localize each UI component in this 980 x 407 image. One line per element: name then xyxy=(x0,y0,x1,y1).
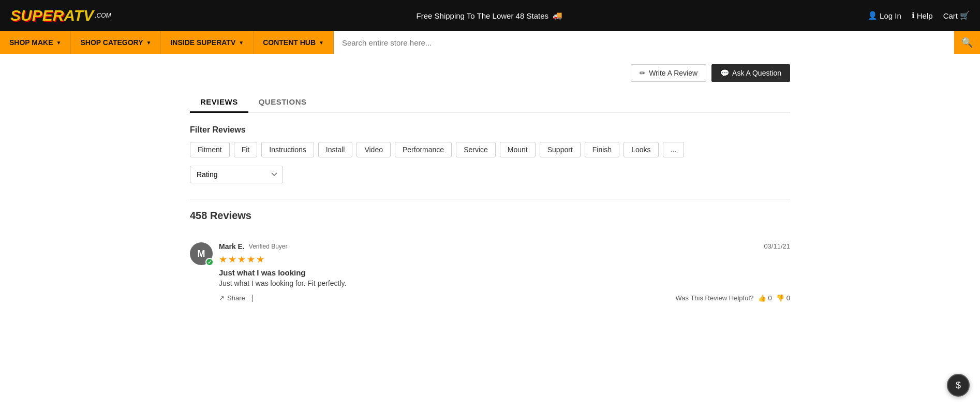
helpful-no-count: 0 xyxy=(786,294,790,302)
filter-tag-performance[interactable]: Performance xyxy=(395,142,452,157)
cart-label: Cart xyxy=(943,11,958,20)
search-input[interactable] xyxy=(334,31,954,54)
review-stars: ★★★★★ xyxy=(219,254,288,265)
filter-tag-more[interactable]: ... xyxy=(663,142,685,157)
filter-tag-install[interactable]: Install xyxy=(318,142,353,157)
filter-tag-instructions[interactable]: Instructions xyxy=(261,142,314,157)
write-review-label: Write A Review xyxy=(649,69,697,77)
cart-icon: 🛒 xyxy=(960,11,970,20)
filter-tag-video[interactable]: Video xyxy=(357,142,391,157)
shop-make-label: SHOP MAKE xyxy=(9,38,53,47)
share-icon: ↗ xyxy=(219,294,225,302)
search-bar: 🔍 xyxy=(334,31,980,54)
helpful-yes-button[interactable]: 👍 0 xyxy=(758,294,772,302)
login-link[interactable]: 👤 Log In xyxy=(868,11,901,20)
filter-tag-service[interactable]: Service xyxy=(456,142,496,157)
tab-questions[interactable]: QUESTIONS xyxy=(248,92,317,113)
filter-tag-mount[interactable]: Mount xyxy=(500,142,536,157)
inside-superatv-button[interactable]: INSIDE SUPERATV ▼ xyxy=(161,31,254,54)
shop-category-label: SHOP CATEGORY xyxy=(80,38,143,47)
reviewer-left: M ✓ Mark E. Verified Buyer ★★★★★ xyxy=(190,242,288,268)
nav-bar: SHOP MAKE ▼ SHOP CATEGORY ▼ INSIDE SUPER… xyxy=(0,31,980,54)
action-buttons: ✏ Write A Review 💬 Ask A Question xyxy=(190,64,790,82)
logo[interactable]: SUPERATV.COM xyxy=(10,7,111,24)
helpful-text: Was This Review Helpful? xyxy=(676,294,754,302)
ask-question-button[interactable]: 💬 Ask A Question xyxy=(711,64,790,82)
verified-label: Verified Buyer xyxy=(249,243,288,250)
thumbs-up-icon: 👍 xyxy=(758,294,766,302)
separator: | xyxy=(251,294,254,302)
helpful-no-button[interactable]: 👎 0 xyxy=(776,294,790,302)
shop-category-button[interactable]: SHOP CATEGORY ▼ xyxy=(71,31,161,54)
filter-label: Filter Reviews xyxy=(190,125,790,135)
ask-question-icon: 💬 xyxy=(720,69,729,77)
shipping-banner: Free Shipping To The Lower 48 States 🚚 xyxy=(417,11,562,20)
logo-com: .COM xyxy=(95,12,111,19)
top-actions: 👤 Log In ℹ Help Cart 🛒 xyxy=(868,11,970,20)
filter-tags: Fitment Fit Instructions Install Video P… xyxy=(190,142,790,157)
filter-section: Filter Reviews Fitment Fit Instructions … xyxy=(190,125,790,194)
avatar-letter: M xyxy=(198,249,205,259)
cart-link[interactable]: Cart 🛒 xyxy=(943,11,970,20)
review-card: M ✓ Mark E. Verified Buyer ★★★★★ 03/11/2… xyxy=(190,232,790,312)
share-label: Share xyxy=(227,294,245,302)
review-body: Just what I was looking for. Fit perfect… xyxy=(219,279,790,287)
rating-select[interactable]: Rating All Ratings 5 Stars 4 Stars 3 Sta… xyxy=(190,166,283,183)
reviewer-name: Mark E. xyxy=(219,242,245,251)
helpful-row: Was This Review Helpful? 👍 0 👎 0 xyxy=(676,294,790,302)
verified-badge: ✓ xyxy=(205,258,214,266)
reviewer-row: M ✓ Mark E. Verified Buyer ★★★★★ 03/11/2… xyxy=(190,242,790,268)
shop-category-chevron-icon: ▼ xyxy=(146,40,152,46)
help-icon: ℹ xyxy=(912,11,915,20)
logo-super: SUPER xyxy=(10,7,64,24)
avatar: M ✓ xyxy=(190,242,213,265)
login-label: Log In xyxy=(880,11,901,20)
ask-question-label: Ask A Question xyxy=(732,69,781,77)
ship-icon: 🚚 xyxy=(553,11,562,20)
review-actions-row: ↗ Share | Was This Review Helpful? 👍 0 👎… xyxy=(219,294,790,302)
main-content: ✏ Write A Review 💬 Ask A Question REVIEW… xyxy=(180,54,800,323)
tab-reviews[interactable]: REVIEWS xyxy=(190,92,248,113)
divider xyxy=(190,199,790,199)
thumbs-down-icon: 👎 xyxy=(776,294,784,302)
helpful-yes-count: 0 xyxy=(768,294,772,302)
reviewer-info: Mark E. Verified Buyer ★★★★★ xyxy=(219,242,288,268)
tabs: REVIEWS QUESTIONS xyxy=(190,92,790,113)
inside-superatv-chevron-icon: ▼ xyxy=(239,40,244,46)
logo-atv: ATV xyxy=(64,7,94,24)
content-hub-chevron-icon: ▼ xyxy=(319,40,324,46)
write-review-icon: ✏ xyxy=(640,69,646,77)
inside-superatv-label: INSIDE SUPERATV xyxy=(170,38,235,47)
share-button[interactable]: ↗ Share xyxy=(219,294,245,302)
reviews-count: 458 Reviews xyxy=(190,210,790,222)
content-hub-button[interactable]: CONTENT HUB ▼ xyxy=(254,31,334,54)
write-review-button[interactable]: ✏ Write A Review xyxy=(631,64,706,82)
filter-tag-finish[interactable]: Finish xyxy=(585,142,619,157)
search-button[interactable]: 🔍 xyxy=(954,31,980,54)
filter-tag-fit[interactable]: Fit xyxy=(234,142,258,157)
filter-tag-looks[interactable]: Looks xyxy=(623,142,658,157)
filter-tag-support[interactable]: Support xyxy=(540,142,581,157)
shop-make-chevron-icon: ▼ xyxy=(56,40,62,46)
review-title: Just what I was looking xyxy=(219,268,790,277)
help-link[interactable]: ℹ Help xyxy=(912,11,933,20)
filter-tag-fitment[interactable]: Fitment xyxy=(190,142,230,157)
shop-make-button[interactable]: SHOP MAKE ▼ xyxy=(0,31,71,54)
shipping-text: Free Shipping To The Lower 48 States xyxy=(417,11,548,20)
login-icon: 👤 xyxy=(868,11,878,20)
review-date: 03/11/21 xyxy=(764,242,790,250)
help-label: Help xyxy=(917,11,933,20)
content-hub-label: CONTENT HUB xyxy=(263,38,316,47)
top-bar: SUPERATV.COM Free Shipping To The Lower … xyxy=(0,0,980,31)
search-icon: 🔍 xyxy=(961,37,973,48)
